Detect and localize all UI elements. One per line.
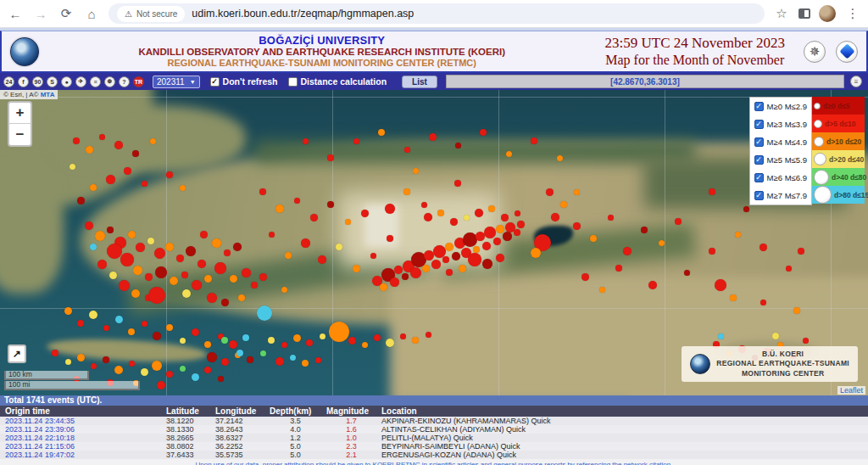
earthquake-marker[interactable] bbox=[257, 305, 272, 321]
earthquake-marker[interactable] bbox=[386, 339, 394, 347]
earthquake-marker[interactable] bbox=[176, 255, 184, 262]
earthquake-marker[interactable] bbox=[560, 201, 567, 208]
earthquake-marker[interactable] bbox=[181, 272, 188, 278]
earthquake-marker[interactable] bbox=[120, 253, 134, 266]
earthquake-marker[interactable] bbox=[452, 252, 460, 261]
info-icon[interactable]: f bbox=[18, 76, 29, 87]
earthquake-marker[interactable] bbox=[150, 138, 156, 144]
earthquake-marker[interactable] bbox=[798, 248, 804, 255]
help-icon[interactable]: ? bbox=[119, 76, 130, 87]
earthquake-marker[interactable] bbox=[221, 358, 229, 366]
earthquake-marker[interactable] bbox=[260, 350, 266, 356]
earthquake-marker[interactable] bbox=[400, 333, 406, 339]
earthquake-marker[interactable] bbox=[281, 287, 287, 293]
earthquake-marker[interactable] bbox=[192, 373, 199, 381]
earthquake-marker[interactable] bbox=[450, 218, 458, 226]
event-row[interactable]: 2023.11.24 19:47:0237.643335.57355.02.1E… bbox=[0, 451, 868, 459]
earthquake-marker[interactable] bbox=[590, 235, 597, 242]
earthquake-marker[interactable] bbox=[348, 337, 356, 345]
earthquake-marker[interactable] bbox=[128, 328, 135, 335]
earthquake-marker[interactable] bbox=[133, 266, 142, 275]
earthquake-marker[interactable] bbox=[496, 254, 504, 262]
earthquake-marker[interactable] bbox=[648, 281, 657, 289]
station-icon[interactable]: 90 bbox=[32, 76, 43, 87]
earthquake-marker[interactable] bbox=[212, 238, 221, 248]
earthquake-marker[interactable] bbox=[207, 352, 217, 362]
earthquake-marker[interactable] bbox=[275, 357, 284, 366]
earthquake-marker[interactable] bbox=[77, 354, 85, 361]
month-select[interactable]: 202311 ▼ bbox=[153, 76, 200, 88]
earthquake-marker[interactable] bbox=[488, 205, 495, 212]
earthquake-marker[interactable] bbox=[480, 129, 487, 136]
layers-icon[interactable]: ≡ bbox=[90, 76, 101, 87]
earthquake-marker[interactable] bbox=[503, 232, 512, 241]
earthquake-marker[interactable] bbox=[735, 232, 741, 238]
earthquake-marker[interactable] bbox=[623, 247, 632, 255]
earthquake-marker[interactable] bbox=[97, 260, 107, 269]
earthquake-marker[interactable] bbox=[166, 171, 173, 178]
earthquake-marker[interactable] bbox=[170, 277, 178, 285]
checkbox-checked-icon[interactable]: ✓ bbox=[210, 77, 220, 87]
earthquake-marker[interactable] bbox=[394, 266, 403, 274]
earthquake-marker[interactable] bbox=[180, 185, 186, 191]
earthquake-marker[interactable] bbox=[85, 221, 93, 230]
earthquake-marker[interactable] bbox=[402, 273, 409, 280]
earthquake-marker[interactable] bbox=[760, 244, 767, 251]
earthquake-marker[interactable] bbox=[293, 334, 301, 342]
earthquake-marker[interactable] bbox=[182, 289, 191, 298]
earthquake-marker[interactable] bbox=[468, 253, 481, 266]
earthquake-marker[interactable] bbox=[345, 219, 351, 225]
earthquake-marker[interactable] bbox=[454, 180, 461, 187]
earthquake-marker[interactable] bbox=[214, 262, 226, 274]
attribution-mta-link[interactable]: MTA bbox=[41, 91, 55, 98]
earthquake-marker[interactable] bbox=[659, 240, 665, 246]
earthquake-marker[interactable] bbox=[207, 293, 217, 303]
earthquake-marker[interactable] bbox=[437, 210, 444, 216]
earthquake-marker[interactable] bbox=[119, 280, 130, 291]
earthquake-marker[interactable] bbox=[301, 238, 310, 248]
earthquake-marker[interactable] bbox=[99, 134, 105, 140]
earthquake-marker[interactable] bbox=[329, 322, 349, 342]
back-icon[interactable]: ← bbox=[7, 5, 24, 22]
earthquake-marker[interactable] bbox=[445, 243, 453, 251]
earthquake-marker[interactable] bbox=[327, 201, 334, 208]
address-bar[interactable]: ⚠ Not secure udim.koeri.boun.edu.tr/zeqm… bbox=[108, 3, 765, 24]
earthquake-marker[interactable] bbox=[147, 238, 154, 244]
reload-icon[interactable]: ⟳ bbox=[58, 5, 75, 22]
earthquake-marker[interactable] bbox=[155, 266, 167, 278]
earthquake-marker[interactable] bbox=[484, 227, 496, 238]
world-icon[interactable]: ⊕ bbox=[104, 76, 115, 87]
earthquake-marker[interactable] bbox=[431, 260, 441, 269]
earthquake-marker[interactable] bbox=[793, 307, 800, 314]
earthquake-marker[interactable] bbox=[803, 338, 809, 344]
earthquake-marker[interactable] bbox=[200, 231, 208, 238]
earthquake-marker[interactable] bbox=[107, 244, 122, 259]
earthquake-marker[interactable] bbox=[129, 361, 135, 367]
earthquake-marker[interactable] bbox=[229, 340, 237, 349]
origin-time-link[interactable]: 2023.11.24 22:10:18 bbox=[0, 434, 161, 442]
earthquake-marker[interactable] bbox=[106, 175, 115, 184]
earthquake-marker[interactable] bbox=[675, 218, 682, 225]
leaflet-link[interactable]: Leaflet bbox=[837, 386, 865, 395]
magnitude-checkbox[interactable]: ✓ bbox=[754, 102, 764, 111]
earthquake-marker[interactable] bbox=[531, 137, 537, 144]
magnitude-checkbox[interactable]: ✓ bbox=[754, 173, 764, 182]
list-button[interactable]: List bbox=[402, 76, 437, 88]
collapse-toolbar-icon[interactable]: ≡ bbox=[850, 76, 862, 87]
earthquake-marker[interactable] bbox=[608, 215, 614, 221]
earthquake-marker[interactable] bbox=[198, 260, 206, 268]
earthquake-marker[interactable] bbox=[89, 311, 97, 319]
earthquake-marker[interactable] bbox=[268, 337, 275, 344]
magnitude-checkbox[interactable]: ✓ bbox=[754, 137, 764, 147]
earthquake-marker[interactable] bbox=[327, 154, 334, 161]
earthquake-marker[interactable] bbox=[515, 210, 520, 216]
earthquake-marker[interactable] bbox=[336, 244, 342, 250]
earthquake-marker[interactable] bbox=[166, 324, 173, 331]
earthquake-marker[interactable] bbox=[204, 367, 211, 373]
earthquake-marker[interactable] bbox=[641, 227, 648, 233]
earthquake-marker[interactable] bbox=[275, 204, 284, 213]
earthquake-marker[interactable] bbox=[320, 333, 326, 339]
earthquake-marker[interactable] bbox=[281, 342, 287, 348]
earthquake-marker[interactable] bbox=[709, 188, 715, 195]
earthquake-marker[interactable] bbox=[65, 359, 71, 365]
